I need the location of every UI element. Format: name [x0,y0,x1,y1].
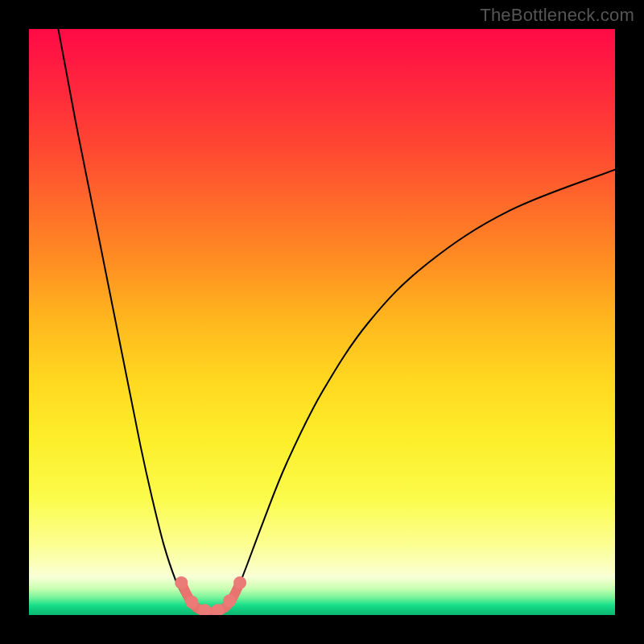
plot-area [29,29,615,615]
bottleneck-curve-left [58,29,196,612]
watermark-text: TheBottleneck.com [480,5,634,26]
marker-dot [175,576,188,589]
chart-svg [29,29,615,615]
chart-frame: TheBottleneck.com [0,0,644,644]
bottleneck-curve-right [225,170,615,613]
marker-dot [223,595,236,608]
marker-dot [185,596,198,609]
marker-dot [233,576,246,589]
